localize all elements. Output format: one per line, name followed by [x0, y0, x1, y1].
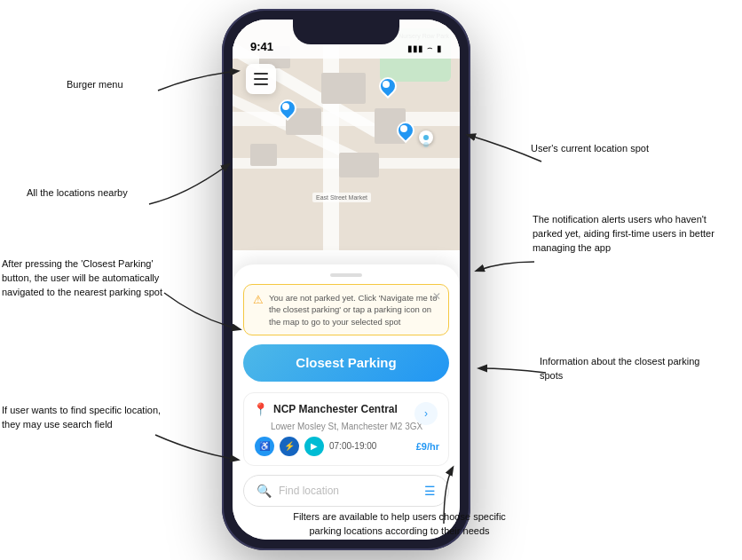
annotation-locations-nearby: All the locations nearby — [27, 186, 128, 201]
burger-line-3 — [254, 83, 268, 85]
map-pin-2[interactable] — [379, 77, 397, 99]
phone-shell: 9:41 ▮▮▮ ⌢ ▮ — [222, 9, 470, 550]
filter-icon[interactable]: ☰ — [424, 484, 436, 498]
search-input[interactable]: Find location — [279, 485, 417, 497]
annotation-parking-info: Information about the closest parking sp… — [540, 355, 717, 383]
annotation-user-location: User's current location spot — [531, 142, 649, 156]
parking-navigate-button[interactable]: › — [414, 402, 438, 425]
closest-parking-label: Closest Parking — [296, 355, 396, 370]
burger-line-2 — [254, 78, 268, 80]
navigation-icon: ▶ — [304, 437, 324, 456]
map-pin-1[interactable] — [279, 99, 296, 121]
annotation-notification-alert: The notification alerts users who haven'… — [533, 213, 728, 256]
annotation-burger-menu: Burger menu — [67, 78, 123, 92]
current-location-dot — [419, 130, 433, 145]
search-icon: 🔍 — [257, 484, 272, 498]
panel-handle — [330, 273, 362, 277]
notification-close-button[interactable]: ✕ — [432, 290, 441, 303]
closest-parking-button[interactable]: Closest Parking — [243, 344, 449, 382]
parking-address: Lower Mosley St, Manchester M2 3GX — [271, 422, 439, 431]
bottom-panel: ⚠ You are not parked yet. Click 'Navigat… — [233, 264, 460, 540]
parking-hours: 07:00-19:00 — [329, 441, 376, 451]
map-pin-3[interactable] — [397, 122, 414, 143]
annotation-filters: Filters are available to help users choo… — [293, 510, 506, 539]
wifi-icon: ⌢ — [427, 43, 433, 53]
burger-line-1 — [254, 73, 268, 75]
status-icons: ▮▮▮ ⌢ ▮ — [407, 43, 442, 53]
location-pin-icon: 📍 — [253, 402, 268, 416]
parking-price: £9/hr — [416, 441, 439, 452]
annotation-after-pressing: After pressing the 'Closest Parking' but… — [2, 257, 179, 300]
signal-icon: ▮▮▮ — [407, 43, 423, 53]
parking-name-row: 📍 NCP Manchester Central — [253, 402, 439, 416]
annotation-specific-location: If user wants to find specific location,… — [2, 404, 170, 432]
phone-screen: 9:41 ▮▮▮ ⌢ ▮ — [233, 20, 460, 540]
ev-charging-icon: ⚡ — [280, 437, 299, 456]
status-time: 9:41 — [250, 40, 273, 53]
parking-card: 📍 NCP Manchester Central Lower Mosley St… — [243, 392, 449, 466]
parking-amenities: ♿ ⚡ ▶ 07:00-19:00 £9/hr — [255, 437, 439, 456]
search-bar[interactable]: 🔍 Find location ☰ — [243, 475, 449, 507]
burger-menu-button[interactable] — [246, 64, 276, 94]
notification-text: You are not parked yet. Click 'Navigate … — [269, 292, 439, 327]
notification-banner: ⚠ You are not parked yet. Click 'Navigat… — [243, 284, 449, 335]
phone-notch — [293, 20, 399, 44]
battery-icon: ▮ — [437, 43, 442, 53]
parking-name: NCP Manchester Central — [273, 403, 398, 415]
warning-icon: ⚠ — [253, 293, 264, 306]
wheelchair-icon: ♿ — [255, 437, 274, 456]
